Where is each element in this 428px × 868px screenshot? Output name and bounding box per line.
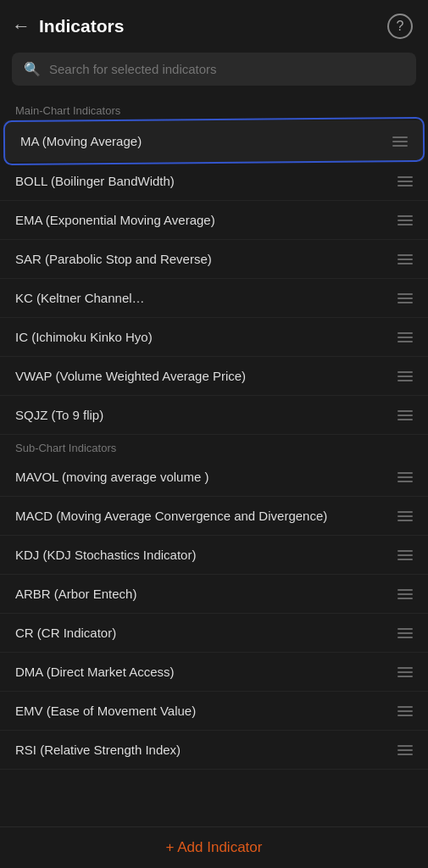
indicator-text-1-1: MACD (Moving Average Convergence and Div… [15,509,327,523]
indicator-item-0-7[interactable]: SQJZ (To 9 flip) [0,396,428,435]
drag-handle-1-5[interactable] [397,667,413,677]
indicator-item-1-0[interactable]: MAVOL (moving average volume ) [0,458,428,497]
indicator-text-0-6: VWAP (Volume Weighted Average Price) [15,369,246,383]
indicator-item-wrapper-1-4: CR (CR Indicator) [0,614,428,653]
indicator-text-0-4: KC (Keltner Channel… [15,291,145,305]
indicator-item-0-2[interactable]: EMA (Exponential Moving Average) [0,201,428,240]
drag-handle-0-7[interactable] [397,410,413,420]
indicator-text-1-7: RSI (Relative Strength Index) [15,743,181,757]
indicator-item-0-5[interactable]: IC (Ichimoku Kinko Hyo) [0,318,428,357]
indicator-text-0-2: EMA (Exponential Moving Average) [15,213,215,227]
indicator-item-wrapper-0-5: IC (Ichimoku Kinko Hyo) [0,318,428,357]
indicator-text-0-3: SAR (Parabolic Stop and Reverse) [15,252,212,266]
indicator-text-1-6: EMV (Ease of Movement Value) [15,704,196,718]
indicator-item-0-3[interactable]: SAR (Parabolic Stop and Reverse) [0,240,428,279]
indicator-item-wrapper-1-6: EMV (Ease of Movement Value) [0,692,428,731]
indicator-item-wrapper-0-6: VWAP (Volume Weighted Average Price) [0,357,428,396]
indicator-item-0-4[interactable]: KC (Keltner Channel… [0,279,428,318]
add-indicator-bar: + Add Indicator [0,826,428,868]
drag-handle-1-1[interactable] [397,511,413,521]
indicator-item-wrapper-1-1: MACD (Moving Average Convergence and Div… [0,497,428,536]
indicator-text-1-4: CR (CR Indicator) [15,626,116,640]
drag-handle-0-1[interactable] [397,176,413,186]
indicator-item-wrapper-0-7: SQJZ (To 9 flip) [0,396,428,435]
section-label-0: Main-Chart Indicators [0,97,428,120]
indicator-item-wrapper-0-2: EMA (Exponential Moving Average) [0,201,428,240]
drag-handle-1-3[interactable] [397,589,413,599]
indicator-item-wrapper-1-7: RSI (Relative Strength Index) [0,731,428,770]
indicator-item-wrapper-0-0: MA (Moving Average) [0,120,428,162]
add-indicator-button[interactable]: + Add Indicator [166,839,263,856]
indicator-item-wrapper-0-3: SAR (Parabolic Stop and Reverse) [0,240,428,279]
search-bar[interactable]: 🔍 [12,53,416,86]
search-input[interactable] [49,62,404,76]
indicator-item-wrapper-1-2: KDJ (KDJ Stochastics Indicator) [0,536,428,575]
indicator-item-1-7[interactable]: RSI (Relative Strength Index) [0,731,428,770]
indicator-item-1-6[interactable]: EMV (Ease of Movement Value) [0,692,428,731]
indicator-item-1-1[interactable]: MACD (Moving Average Convergence and Div… [0,497,428,536]
drag-handle-0-5[interactable] [397,332,413,342]
drag-handle-1-4[interactable] [397,628,413,638]
indicator-text-1-0: MAVOL (moving average volume ) [15,470,208,484]
drag-handle-0-3[interactable] [397,254,413,264]
search-icon: 🔍 [24,61,41,77]
indicator-item-wrapper-0-4: KC (Keltner Channel… [0,279,428,318]
indicator-text-1-3: ARBR (Arbor Entech) [15,587,136,601]
indicator-text-1-5: DMA (Direct Market Access) [15,665,175,679]
indicator-text-0-5: IC (Ichimoku Kinko Hyo) [15,330,153,344]
drag-handle-0-0[interactable] [392,136,408,147]
indicator-item-0-1[interactable]: BOLL (Boilinger BandWidth) [0,162,428,201]
indicator-text-0-1: BOLL (Boilinger BandWidth) [15,174,175,188]
indicator-item-wrapper-1-0: MAVOL (moving average volume ) [0,458,428,497]
indicator-text-0-7: SQJZ (To 9 flip) [15,408,103,422]
add-indicator-label: + Add Indicator [166,839,263,855]
header: ← Indicators ? [0,0,428,49]
indicator-item-1-3[interactable]: ARBR (Arbor Entech) [0,575,428,614]
help-button[interactable]: ? [387,14,413,39]
back-button[interactable]: ← [12,15,31,37]
indicator-item-0-0[interactable]: MA (Moving Average) [3,120,425,162]
drag-handle-1-2[interactable] [397,550,413,560]
indicator-item-1-2[interactable]: KDJ (KDJ Stochastics Indicator) [0,536,428,575]
drag-handle-0-4[interactable] [397,293,413,303]
drag-handle-0-2[interactable] [397,215,413,225]
drag-handle-1-6[interactable] [397,706,413,716]
indicator-text-0-0: MA (Moving Average) [20,134,142,148]
page-title: Indicators [39,16,124,36]
indicator-item-wrapper-1-3: ARBR (Arbor Entech) [0,575,428,614]
section-label-1: Sub-Chart Indicators [0,435,428,458]
drag-handle-1-0[interactable] [397,472,413,482]
drag-handle-1-7[interactable] [397,745,413,755]
indicator-item-wrapper-1-5: DMA (Direct Market Access) [0,653,428,692]
indicator-text-1-2: KDJ (KDJ Stochastics Indicator) [15,548,196,562]
indicator-item-0-6[interactable]: VWAP (Volume Weighted Average Price) [0,357,428,396]
indicator-item-1-5[interactable]: DMA (Direct Market Access) [0,653,428,692]
drag-handle-0-6[interactable] [397,371,413,381]
indicator-item-wrapper-0-1: BOLL (Boilinger BandWidth) [0,162,428,201]
indicator-item-1-4[interactable]: CR (CR Indicator) [0,614,428,653]
